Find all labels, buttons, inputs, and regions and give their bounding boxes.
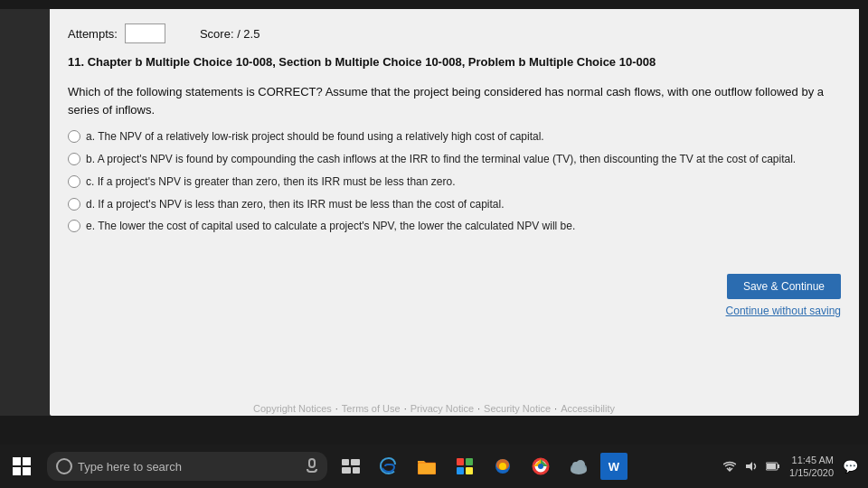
volume-icon[interactable] <box>742 457 760 475</box>
windows-button[interactable] <box>0 445 43 488</box>
privacy-link[interactable]: Privacy Notice <box>410 403 474 414</box>
radio-e[interactable] <box>68 220 80 232</box>
question-container: Attempts: Score: / 2.5 11. Chapter b Mul… <box>50 9 859 256</box>
svg-rect-21 <box>778 465 779 468</box>
edge-browser-icon[interactable] <box>373 450 405 483</box>
radio-c[interactable] <box>68 175 80 188</box>
attempts-row: Attempts: Score: / 2.5 <box>68 23 841 43</box>
sidebar <box>0 9 50 416</box>
svg-rect-4 <box>418 463 436 474</box>
copyright-link[interactable]: Copyright Notices <box>253 403 332 414</box>
radio-b[interactable] <box>68 153 80 165</box>
svg-rect-6 <box>457 458 464 465</box>
svg-point-18 <box>571 465 587 474</box>
svg-rect-9 <box>466 467 473 474</box>
svg-rect-3 <box>353 467 360 474</box>
taskbar: Type here to search <box>0 445 868 488</box>
search-placeholder-text: Type here to search <box>78 460 300 474</box>
task-view-button[interactable] <box>335 450 367 483</box>
question-text: Which of the following statements is COR… <box>68 83 841 118</box>
option-b-text: b. A project's NPV is found by compoundi… <box>86 152 841 167</box>
save-continue-button[interactable]: Save & Continue <box>727 274 841 299</box>
search-circle-icon <box>56 458 72 474</box>
option-a[interactable]: a. The NPV of a relatively low-risk proj… <box>68 129 841 145</box>
option-c-text: c. If a project's NPV is greater than ze… <box>86 174 841 190</box>
question-header: 11. Chapter b Multiple Choice 10-008, Se… <box>68 54 841 70</box>
terms-link[interactable]: Terms of Use <box>342 403 401 414</box>
svg-point-11 <box>499 463 506 470</box>
sep4: · <box>554 403 557 414</box>
button-area: Save & Continue Continue without saving <box>50 256 859 326</box>
option-e[interactable]: e. The lower the cost of capital used to… <box>68 219 841 234</box>
battery-icon[interactable] <box>764 457 782 475</box>
chrome-icon[interactable] <box>524 450 557 483</box>
sep3: · <box>477 403 480 414</box>
option-d-text: d. If a project's NPV is less than zero,… <box>86 197 841 212</box>
svg-marker-19 <box>746 462 752 471</box>
svg-point-14 <box>538 464 543 469</box>
clock: 11:45 AM 1/15/2020 <box>789 454 834 480</box>
notification-icon[interactable]: 💬 <box>841 457 859 475</box>
system-tray: 11:45 AM 1/15/2020 💬 <box>721 454 868 480</box>
svg-rect-0 <box>342 459 349 465</box>
word-icon[interactable]: W <box>600 453 627 480</box>
security-link[interactable]: Security Notice <box>484 403 551 414</box>
attempts-label: Attempts: <box>68 27 118 41</box>
option-b[interactable]: b. A project's NPV is found by compoundi… <box>68 152 841 167</box>
radio-a[interactable] <box>68 130 80 143</box>
tray-icons <box>721 457 782 475</box>
accessibility-link[interactable]: Accessibility <box>561 403 615 414</box>
attempts-input[interactable] <box>125 23 165 43</box>
svg-rect-22 <box>767 464 776 469</box>
svg-rect-7 <box>466 458 473 465</box>
windows-icon <box>13 457 31 475</box>
content-area: Attempts: Score: / 2.5 11. Chapter b Mul… <box>50 9 859 416</box>
svg-rect-8 <box>457 467 464 474</box>
option-a-text: a. The NPV of a relatively low-risk proj… <box>86 129 841 145</box>
microphone-icon <box>306 458 318 474</box>
network-icon[interactable] <box>721 457 739 475</box>
file-explorer-icon[interactable] <box>410 450 443 483</box>
firefox-icon[interactable] <box>486 450 519 483</box>
sep2: · <box>404 403 407 414</box>
svg-rect-2 <box>342 467 351 474</box>
taskbar-app-icons: W <box>335 450 627 483</box>
option-d[interactable]: d. If a project's NPV is less than zero,… <box>68 197 841 212</box>
radio-d[interactable] <box>68 198 80 211</box>
continue-without-button[interactable]: Continue without saving <box>726 305 841 317</box>
option-c[interactable]: c. If a project's NPV is greater than ze… <box>68 174 841 190</box>
score-label: Score: / 2.5 <box>200 27 260 41</box>
taskbar-search[interactable]: Type here to search <box>47 452 327 481</box>
weather-icon[interactable] <box>562 450 595 483</box>
microsoft-store-icon[interactable] <box>448 450 481 483</box>
sep1: · <box>335 403 338 414</box>
footer-links: Copyright Notices · Terms of Use · Priva… <box>0 403 868 414</box>
svg-rect-1 <box>351 459 360 465</box>
option-e-text: e. The lower the cost of capital used to… <box>86 219 841 234</box>
